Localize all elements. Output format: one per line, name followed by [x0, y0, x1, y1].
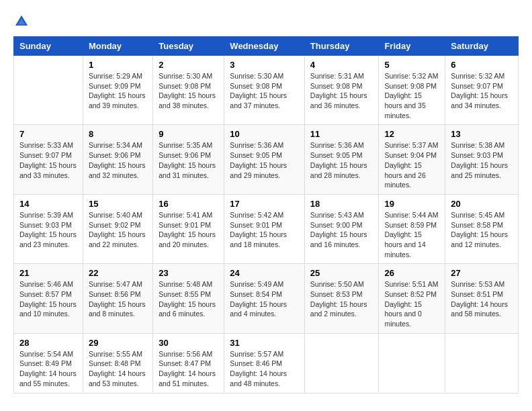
calendar-cell: 25Sunrise: 5:50 AMSunset: 8:53 PMDayligh… — [304, 264, 379, 333]
header-row: SundayMondayTuesdayWednesdayThursdayFrid… — [14, 37, 519, 56]
day-number: 15 — [89, 199, 147, 209]
day-info: Sunrise: 5:36 AMSunset: 9:05 PMDaylight:… — [230, 140, 299, 180]
day-info: Sunrise: 5:29 AMSunset: 9:09 PMDaylight:… — [89, 71, 147, 111]
day-info: Sunrise: 5:40 AMSunset: 9:02 PMDaylight:… — [89, 210, 147, 250]
page-header — [13, 13, 519, 30]
day-number: 27 — [451, 268, 513, 278]
day-number: 26 — [384, 268, 439, 278]
day-number: 29 — [89, 338, 147, 348]
weekday-header: Wednesday — [224, 37, 305, 56]
weekday-header: Thursday — [304, 37, 379, 56]
calendar-cell: 14Sunrise: 5:39 AMSunset: 9:03 PMDayligh… — [14, 194, 83, 263]
day-number: 16 — [159, 199, 218, 209]
calendar-cell: 12Sunrise: 5:37 AMSunset: 9:04 PMDayligh… — [379, 125, 445, 194]
calendar-cell: 3Sunrise: 5:30 AMSunset: 9:08 PMDaylight… — [224, 56, 305, 125]
day-number: 30 — [159, 338, 218, 348]
logo-icon — [13, 13, 30, 30]
day-info: Sunrise: 5:32 AMSunset: 9:08 PMDaylight:… — [384, 71, 439, 120]
calendar-cell: 24Sunrise: 5:49 AMSunset: 8:54 PMDayligh… — [224, 264, 305, 333]
logo — [13, 13, 32, 30]
calendar-cell — [445, 333, 519, 393]
calendar-cell: 5Sunrise: 5:32 AMSunset: 9:08 PMDaylight… — [379, 56, 445, 125]
day-info: Sunrise: 5:33 AMSunset: 9:07 PMDaylight:… — [19, 140, 77, 180]
day-info: Sunrise: 5:42 AMSunset: 9:01 PMDaylight:… — [230, 210, 299, 250]
calendar-cell — [379, 333, 445, 393]
calendar-cell: 30Sunrise: 5:56 AMSunset: 8:47 PMDayligh… — [153, 333, 224, 393]
day-info: Sunrise: 5:30 AMSunset: 9:08 PMDaylight:… — [230, 71, 299, 111]
weekday-header: Sunday — [14, 37, 83, 56]
weekday-header: Saturday — [445, 37, 519, 56]
day-info: Sunrise: 5:51 AMSunset: 8:52 PMDaylight:… — [384, 279, 439, 328]
day-info: Sunrise: 5:53 AMSunset: 8:51 PMDaylight:… — [451, 279, 513, 319]
calendar-cell: 20Sunrise: 5:45 AMSunset: 8:58 PMDayligh… — [445, 194, 519, 263]
calendar-cell: 21Sunrise: 5:46 AMSunset: 8:57 PMDayligh… — [14, 264, 83, 333]
day-info: Sunrise: 5:35 AMSunset: 9:06 PMDaylight:… — [159, 140, 218, 180]
day-info: Sunrise: 5:49 AMSunset: 8:54 PMDaylight:… — [230, 279, 299, 319]
day-info: Sunrise: 5:38 AMSunset: 9:03 PMDaylight:… — [451, 140, 513, 180]
calendar-week-row: 21Sunrise: 5:46 AMSunset: 8:57 PMDayligh… — [14, 264, 519, 333]
day-number: 31 — [230, 338, 299, 348]
calendar-cell: 1Sunrise: 5:29 AMSunset: 9:09 PMDaylight… — [83, 56, 152, 125]
calendar-cell: 19Sunrise: 5:44 AMSunset: 8:59 PMDayligh… — [379, 194, 445, 263]
day-info: Sunrise: 5:54 AMSunset: 8:49 PMDaylight:… — [19, 349, 77, 389]
day-info: Sunrise: 5:56 AMSunset: 8:47 PMDaylight:… — [159, 349, 218, 389]
day-info: Sunrise: 5:46 AMSunset: 8:57 PMDaylight:… — [19, 279, 77, 319]
day-number: 13 — [451, 129, 513, 139]
day-info: Sunrise: 5:36 AMSunset: 9:05 PMDaylight:… — [310, 140, 373, 180]
calendar-cell: 16Sunrise: 5:41 AMSunset: 9:01 PMDayligh… — [153, 194, 224, 263]
weekday-header: Tuesday — [153, 37, 224, 56]
calendar-cell: 2Sunrise: 5:30 AMSunset: 9:08 PMDaylight… — [153, 56, 224, 125]
calendar-cell — [14, 56, 83, 125]
day-number: 1 — [89, 60, 147, 70]
day-info: Sunrise: 5:32 AMSunset: 9:07 PMDaylight:… — [451, 71, 513, 111]
day-number: 28 — [19, 338, 77, 348]
calendar-cell: 4Sunrise: 5:31 AMSunset: 9:08 PMDaylight… — [304, 56, 379, 125]
calendar-table: SundayMondayTuesdayWednesdayThursdayFrid… — [13, 36, 519, 394]
day-number: 8 — [89, 129, 147, 139]
calendar-cell: 18Sunrise: 5:43 AMSunset: 9:00 PMDayligh… — [304, 194, 379, 263]
calendar-week-row: 14Sunrise: 5:39 AMSunset: 9:03 PMDayligh… — [14, 194, 519, 263]
calendar-cell: 15Sunrise: 5:40 AMSunset: 9:02 PMDayligh… — [83, 194, 152, 263]
day-info: Sunrise: 5:47 AMSunset: 8:56 PMDaylight:… — [89, 279, 147, 319]
day-info: Sunrise: 5:43 AMSunset: 9:00 PMDaylight:… — [310, 210, 373, 250]
calendar-cell: 22Sunrise: 5:47 AMSunset: 8:56 PMDayligh… — [83, 264, 152, 333]
day-info: Sunrise: 5:30 AMSunset: 9:08 PMDaylight:… — [159, 71, 218, 111]
day-number: 21 — [19, 268, 77, 278]
day-info: Sunrise: 5:34 AMSunset: 9:06 PMDaylight:… — [89, 140, 147, 180]
calendar-cell: 10Sunrise: 5:36 AMSunset: 9:05 PMDayligh… — [224, 125, 305, 194]
day-number: 4 — [310, 60, 373, 70]
day-number: 5 — [384, 60, 439, 70]
calendar-cell: 23Sunrise: 5:48 AMSunset: 8:55 PMDayligh… — [153, 264, 224, 333]
day-number: 12 — [384, 129, 439, 139]
day-number: 7 — [19, 129, 77, 139]
day-info: Sunrise: 5:39 AMSunset: 9:03 PMDaylight:… — [19, 210, 77, 250]
calendar-cell — [304, 333, 379, 393]
calendar-cell: 7Sunrise: 5:33 AMSunset: 9:07 PMDaylight… — [14, 125, 83, 194]
day-info: Sunrise: 5:55 AMSunset: 8:48 PMDaylight:… — [89, 349, 147, 389]
calendar-cell: 31Sunrise: 5:57 AMSunset: 8:46 PMDayligh… — [224, 333, 305, 393]
day-number: 9 — [159, 129, 218, 139]
day-info: Sunrise: 5:44 AMSunset: 8:59 PMDaylight:… — [384, 210, 439, 259]
day-number: 11 — [310, 129, 373, 139]
day-info: Sunrise: 5:48 AMSunset: 8:55 PMDaylight:… — [159, 279, 218, 319]
day-info: Sunrise: 5:45 AMSunset: 8:58 PMDaylight:… — [451, 210, 513, 250]
calendar-cell: 11Sunrise: 5:36 AMSunset: 9:05 PMDayligh… — [304, 125, 379, 194]
calendar-cell: 29Sunrise: 5:55 AMSunset: 8:48 PMDayligh… — [83, 333, 152, 393]
day-info: Sunrise: 5:37 AMSunset: 9:04 PMDaylight:… — [384, 140, 439, 189]
calendar-week-row: 1Sunrise: 5:29 AMSunset: 9:09 PMDaylight… — [14, 56, 519, 125]
weekday-header: Friday — [379, 37, 445, 56]
day-number: 18 — [310, 199, 373, 209]
day-number: 23 — [159, 268, 218, 278]
day-number: 6 — [451, 60, 513, 70]
day-info: Sunrise: 5:31 AMSunset: 9:08 PMDaylight:… — [310, 71, 373, 111]
calendar-cell: 6Sunrise: 5:32 AMSunset: 9:07 PMDaylight… — [445, 56, 519, 125]
calendar-week-row: 7Sunrise: 5:33 AMSunset: 9:07 PMDaylight… — [14, 125, 519, 194]
day-number: 17 — [230, 199, 299, 209]
weekday-header: Monday — [83, 37, 152, 56]
calendar-cell: 8Sunrise: 5:34 AMSunset: 9:06 PMDaylight… — [83, 125, 152, 194]
day-number: 20 — [451, 199, 513, 209]
calendar-week-row: 28Sunrise: 5:54 AMSunset: 8:49 PMDayligh… — [14, 333, 519, 393]
day-info: Sunrise: 5:41 AMSunset: 9:01 PMDaylight:… — [159, 210, 218, 250]
day-info: Sunrise: 5:57 AMSunset: 8:46 PMDaylight:… — [230, 349, 299, 389]
day-number: 24 — [230, 268, 299, 278]
